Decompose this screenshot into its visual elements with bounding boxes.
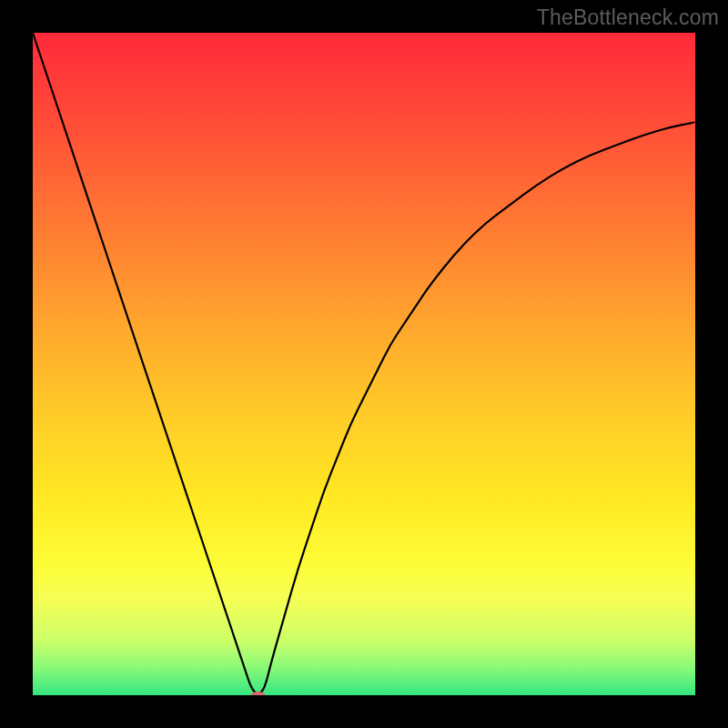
chart-svg [33, 33, 695, 695]
watermark-text: TheBottleneck.com [537, 5, 719, 30]
chart-frame: TheBottleneck.com [0, 0, 728, 728]
plot-area [33, 33, 695, 695]
gradient-background [33, 33, 695, 695]
